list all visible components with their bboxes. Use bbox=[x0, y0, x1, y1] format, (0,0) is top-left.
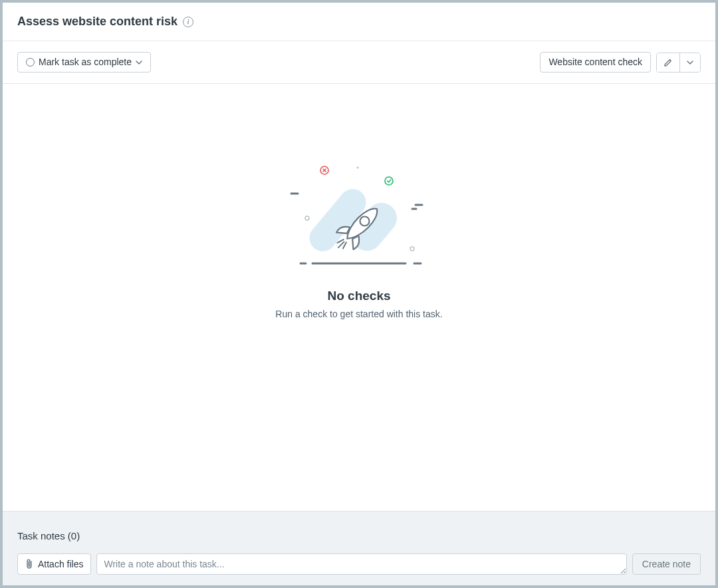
info-icon[interactable]: i bbox=[183, 17, 193, 27]
paperclip-icon bbox=[25, 559, 33, 569]
check-button-label: Website content check bbox=[548, 57, 642, 67]
website-content-check-button[interactable]: Website content check bbox=[540, 52, 651, 73]
svg-point-8 bbox=[305, 216, 309, 220]
empty-state-subtitle: Run a check to get started with this tas… bbox=[275, 309, 442, 319]
chevron-down-icon bbox=[687, 61, 693, 65]
svg-point-9 bbox=[410, 247, 414, 251]
note-input[interactable] bbox=[96, 553, 626, 575]
svg-point-10 bbox=[357, 167, 359, 169]
task-notes-composer: Attach files Create note bbox=[17, 553, 701, 575]
svg-point-12 bbox=[385, 177, 393, 185]
pencil-icon bbox=[663, 58, 673, 67]
header: Assess website content risk i bbox=[3, 3, 715, 41]
task-panel: Assess website content risk i Mark task … bbox=[3, 3, 715, 585]
task-notes-panel: Task notes (0) Attach files Create note bbox=[3, 511, 715, 585]
edit-dropdown-button[interactable] bbox=[679, 53, 700, 72]
main-content: No checks Run a check to get started wit… bbox=[3, 84, 715, 511]
attach-files-button[interactable]: Attach files bbox=[17, 553, 91, 575]
mark-complete-button[interactable]: Mark task as complete bbox=[17, 52, 151, 73]
task-notes-title: Task notes (0) bbox=[17, 530, 701, 541]
circle-icon bbox=[26, 58, 35, 67]
create-note-button[interactable]: Create note bbox=[632, 553, 701, 575]
svg-line-16 bbox=[338, 242, 344, 247]
toolbar: Mark task as complete Website content ch… bbox=[3, 41, 715, 84]
create-note-label: Create note bbox=[642, 559, 691, 569]
attach-files-label: Attach files bbox=[38, 559, 83, 569]
edit-split-button bbox=[656, 53, 701, 73]
chevron-down-icon bbox=[136, 61, 142, 65]
page-title: Assess website content risk bbox=[17, 15, 178, 29]
edit-button[interactable] bbox=[657, 53, 679, 72]
toolbar-right: Website content check bbox=[540, 52, 701, 73]
mark-complete-label: Mark task as complete bbox=[39, 57, 132, 67]
empty-state-illustration bbox=[286, 164, 432, 277]
empty-state-title: No checks bbox=[327, 289, 390, 303]
